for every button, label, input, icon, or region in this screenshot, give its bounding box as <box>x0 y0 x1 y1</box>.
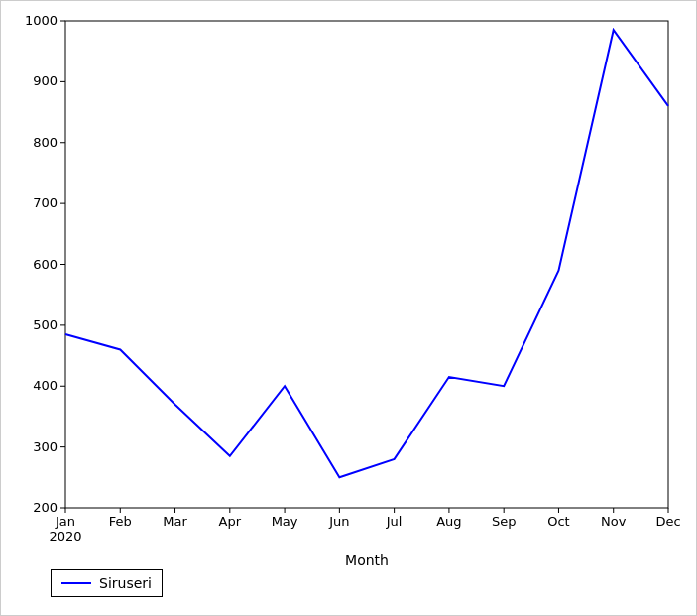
svg-text:300: 300 <box>33 439 58 454</box>
svg-text:700: 700 <box>33 195 58 210</box>
svg-rect-0 <box>65 21 668 508</box>
svg-text:Jan: Jan <box>55 514 75 529</box>
svg-text:Dec: Dec <box>655 514 680 529</box>
svg-text:600: 600 <box>33 257 58 272</box>
chart-container: 2003004005006007008009001000Jan2020FebMa… <box>0 0 697 616</box>
svg-text:Apr: Apr <box>219 514 242 529</box>
svg-text:2020: 2020 <box>49 529 81 544</box>
legend: Siruseri <box>51 569 163 597</box>
chart-svg: 2003004005006007008009001000Jan2020FebMa… <box>1 1 697 616</box>
svg-text:500: 500 <box>33 317 58 332</box>
svg-text:Jul: Jul <box>386 514 403 529</box>
svg-text:800: 800 <box>33 135 58 150</box>
svg-text:May: May <box>272 514 298 529</box>
svg-text:1000: 1000 <box>25 13 58 28</box>
legend-line-icon <box>61 582 91 584</box>
svg-text:400: 400 <box>33 378 58 393</box>
svg-text:Month: Month <box>345 553 389 568</box>
svg-text:Jun: Jun <box>328 514 349 529</box>
legend-label: Siruseri <box>99 575 152 591</box>
svg-text:Sep: Sep <box>492 514 517 529</box>
svg-text:900: 900 <box>33 73 58 88</box>
svg-text:Oct: Oct <box>547 514 569 529</box>
svg-text:Feb: Feb <box>109 514 132 529</box>
svg-text:Nov: Nov <box>601 514 627 529</box>
svg-text:Aug: Aug <box>436 514 461 529</box>
svg-text:Mar: Mar <box>163 514 187 529</box>
svg-text:200: 200 <box>33 500 58 515</box>
